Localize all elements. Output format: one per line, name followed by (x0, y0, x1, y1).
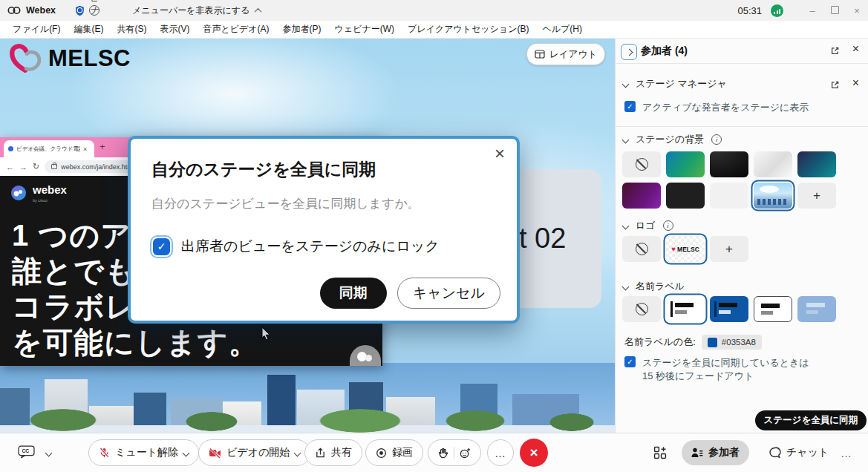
background-tile-white[interactable] (710, 183, 748, 209)
layout-button[interactable]: レイアウト (526, 43, 605, 65)
reload-icon[interactable]: ↻ (33, 162, 39, 171)
hide-menubar-button[interactable]: メニューバーを非表示にする (132, 4, 249, 17)
stage-manager-title: ステージ マネージャ (636, 77, 727, 91)
chevron-down-icon (622, 136, 630, 143)
stage-manager-section-header[interactable]: ステージ マネージャ (623, 77, 727, 91)
active-speaker-checkbox-row[interactable]: ✓ アクティブな発言者をステージに表示 (624, 101, 809, 114)
chevron-down-icon[interactable] (183, 449, 190, 456)
lock-attendee-view-checkbox-row[interactable]: ✓ 出席者のビューをステージのみにロック (153, 237, 440, 256)
leave-meeting-button[interactable]: × (520, 439, 548, 467)
webinar-info-button[interactable]: ウェビナー情報 (89, 5, 99, 16)
menu-breakout[interactable]: ブレイクアウトセッション(B) (401, 23, 535, 36)
background-tile-teal-gradient[interactable] (666, 151, 705, 177)
close-window-button[interactable]: × (846, 5, 868, 16)
reactions-button-group[interactable] (428, 439, 481, 466)
dialog-close-icon[interactable]: × (495, 145, 505, 163)
info-icon[interactable]: i (663, 220, 673, 231)
site-logo-text: webex (33, 183, 67, 196)
name-label-tile-style3[interactable] (754, 296, 792, 322)
menu-help[interactable]: ヘルプ(H) (535, 23, 589, 36)
minimize-button[interactable]: – (801, 5, 823, 16)
fade-out-checkbox-row[interactable]: ✓ ステージを全員に同期しているときは 15 秒後にフェードアウト (624, 356, 809, 383)
background-tile-black-wave[interactable] (710, 151, 748, 177)
prohibited-icon (636, 158, 648, 171)
raise-hand-icon[interactable] (438, 448, 448, 459)
participants-panel: 参加者 (4) × ステージ マネージャ × ✓ アクティブな発言者をステージに… (615, 39, 868, 433)
chevron-up-icon[interactable] (255, 7, 262, 15)
background-tile-purple[interactable] (622, 183, 661, 209)
name-label-tile-style1-selected[interactable] (666, 296, 705, 322)
site-header: webexby cisco (10, 183, 67, 203)
restore-icon (831, 6, 839, 14)
logo-section-header[interactable]: ロゴ i (623, 219, 673, 232)
start-video-button[interactable]: ビデオの開始 (198, 439, 310, 466)
chevron-down-icon[interactable] (294, 449, 301, 456)
menu-file[interactable]: ファイル(F) (6, 23, 67, 36)
background-tile-light-gray[interactable] (754, 151, 792, 177)
more-options-button[interactable]: … (487, 439, 514, 466)
stage-background-section-header[interactable]: ステージの背景 i (623, 133, 722, 146)
prohibited-icon (636, 243, 648, 255)
more-panels-button[interactable]: … (841, 447, 852, 459)
reactions-smiley-icon[interactable] (460, 448, 471, 459)
logo-tile-none[interactable] (622, 236, 661, 262)
menu-share[interactable]: 共有(S) (110, 23, 153, 36)
name-label-tiles (622, 296, 836, 322)
connection-status-icon (771, 4, 783, 17)
cancel-button[interactable]: キャンセル (397, 278, 500, 309)
webex-site-logo-icon (10, 185, 27, 201)
menu-webinar[interactable]: ウェビナー(W) (328, 23, 401, 36)
menu-audio-video[interactable]: 音声とビデオ(A) (196, 23, 275, 36)
panel-title: 参加者 (4) (641, 45, 688, 58)
menu-edit[interactable]: 編集(E) (67, 23, 110, 36)
background-tile-black[interactable] (666, 183, 705, 209)
tab-title: ビデオ会議、クラウド電話、画面共有 (16, 145, 80, 153)
background-tile-dark-teal[interactable] (797, 151, 836, 177)
sync-confirm-button[interactable]: 同期 (320, 278, 387, 309)
participants-icon (691, 448, 703, 458)
info-icon[interactable]: i (711, 134, 722, 145)
checkbox-checked-icon[interactable]: ✓ (624, 356, 636, 367)
name-label-tile-none[interactable] (622, 296, 661, 322)
sync-stage-to-all-button[interactable]: ステージを全員に同期 (755, 410, 867, 430)
menu-participants[interactable]: 参加者(P) (276, 23, 328, 36)
participants-toggle-button[interactable]: 参加者 (682, 440, 749, 465)
close-stage-manager-icon[interactable]: × (852, 77, 859, 89)
add-logo-button[interactable]: + (710, 236, 748, 262)
panel-options-button[interactable] (653, 446, 667, 462)
closed-caption-button[interactable]: CC (18, 445, 35, 462)
restore-button[interactable] (823, 5, 846, 16)
name-label-tile-style2[interactable] (710, 296, 748, 322)
collapse-panel-button[interactable] (621, 44, 637, 60)
name-label-section-header[interactable]: 名前ラベル (623, 280, 685, 293)
record-button[interactable]: 録画 (365, 439, 423, 466)
share-button[interactable]: 共有 (304, 439, 362, 466)
participants-label: 参加者 (708, 446, 740, 459)
chat-toggle-button[interactable]: チャット (759, 440, 838, 465)
cc-chevron-down-icon[interactable] (45, 450, 53, 457)
color-hex-value: #0353A8 (722, 338, 756, 347)
popout-panel-icon[interactable] (830, 46, 840, 56)
tab-close-icon[interactable]: × (83, 145, 87, 153)
unmute-button[interactable]: ミュート解除 (88, 439, 199, 466)
browser-tab[interactable]: ビデオ会議、クラウド電話、画面共有 × (4, 140, 94, 157)
background-tile-cityscape-selected[interactable] (754, 183, 792, 209)
new-tab-button[interactable]: + (99, 141, 105, 152)
add-background-button[interactable]: + (797, 183, 836, 209)
checkbox-checked-icon[interactable]: ✓ (153, 238, 170, 255)
close-panel-icon[interactable]: × (852, 43, 859, 55)
logo-tile-melsc-selected[interactable]: ♥ MELSC (666, 236, 705, 262)
popout-stage-manager-icon[interactable] (830, 80, 840, 90)
name-label-color-row: 名前ラベルの色: #0353A8 (624, 335, 762, 350)
checkbox-checked-icon[interactable]: ✓ (624, 101, 636, 112)
favicon (8, 146, 13, 151)
dialog-title: 自分のステージを全員に同期 (151, 158, 376, 181)
forward-icon[interactable]: → (19, 163, 27, 171)
name-label-tile-style4[interactable] (797, 296, 836, 322)
melsc-heart-icon (9, 43, 43, 74)
stage-content-card: t 02 (518, 169, 601, 308)
back-icon[interactable]: ← (6, 163, 14, 171)
menu-view[interactable]: 表示(V) (153, 23, 196, 36)
background-tile-none[interactable] (622, 151, 661, 177)
name-label-color-chip[interactable]: #0353A8 (702, 335, 762, 350)
